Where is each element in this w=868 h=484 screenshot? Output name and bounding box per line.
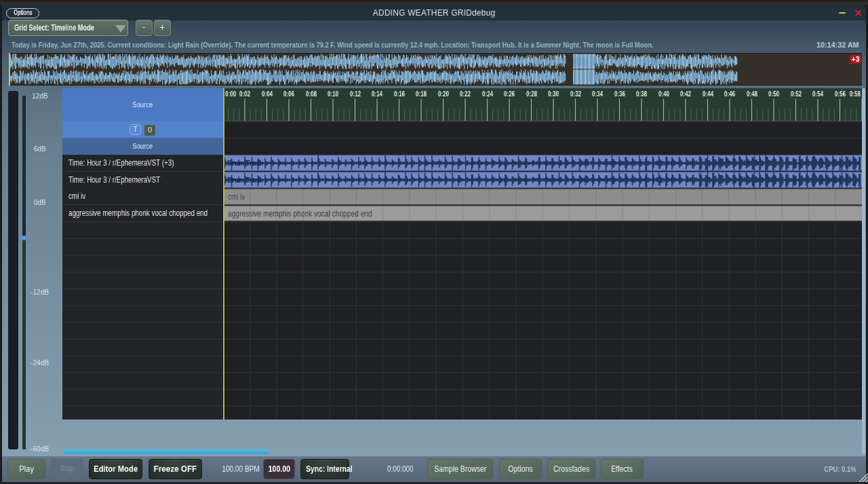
svg-text:Drum Track: Drum Track: [227, 160, 263, 168]
svg-text:Drum Track: Drum Track: [227, 176, 263, 184]
